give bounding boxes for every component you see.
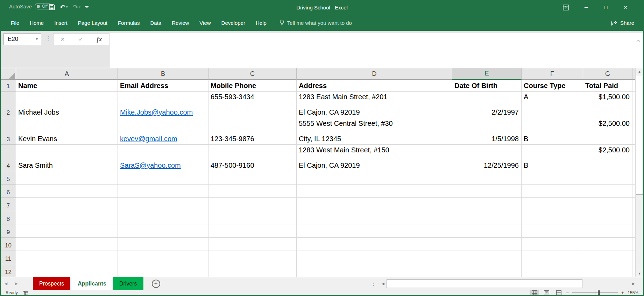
- horizontal-scrollbar-thumb[interactable]: [387, 279, 582, 288]
- close-button[interactable]: ✕: [622, 5, 629, 10]
- row-header-10[interactable]: 10: [1, 238, 16, 251]
- row-header-3[interactable]: 3: [1, 118, 16, 145]
- formula-bar-dots-icon[interactable]: ⋮: [45, 35, 51, 42]
- cell-D12[interactable]: [297, 264, 452, 277]
- row-header-12[interactable]: 12: [1, 264, 16, 277]
- column-header-b[interactable]: B: [118, 68, 208, 80]
- tell-me-box[interactable]: Tell me what you want to do: [279, 20, 352, 26]
- column-header-e[interactable]: E: [452, 68, 522, 80]
- cell-F3[interactable]: B: [522, 118, 583, 145]
- cell-G7[interactable]: [583, 198, 632, 211]
- autosave-toggle[interactable]: AutoSave Off: [9, 3, 51, 9]
- zoom-slider-thumb[interactable]: [598, 290, 600, 295]
- cell-A7[interactable]: [16, 198, 118, 211]
- row-header-4[interactable]: 4: [1, 145, 16, 171]
- redo-dropdown-icon[interactable]: ▾: [79, 6, 80, 9]
- ribbon-tab-formulas[interactable]: Formulas: [113, 15, 145, 31]
- cell-G1[interactable]: Total Paid: [583, 80, 632, 92]
- cell-A10[interactable]: [16, 238, 118, 251]
- page-break-preview-button[interactable]: [554, 290, 564, 295]
- cell-C12[interactable]: [208, 264, 297, 277]
- cell-D6[interactable]: [297, 185, 452, 198]
- row-header-7[interactable]: 7: [1, 198, 16, 211]
- name-box-dropdown-icon[interactable]: ▼: [35, 37, 38, 41]
- cell-E3[interactable]: 1/5/1998: [452, 118, 522, 145]
- cell-link[interactable]: kevev@gmail.com: [120, 134, 206, 143]
- cell-D8[interactable]: [297, 211, 452, 224]
- cell-C5[interactable]: [208, 171, 297, 185]
- sheet-tab-applicants[interactable]: Applicants: [71, 277, 113, 290]
- cell-B12[interactable]: [118, 264, 208, 277]
- cell-G8[interactable]: [583, 211, 632, 224]
- redo-button[interactable]: ↷▾: [72, 4, 80, 10]
- cell-F12[interactable]: [522, 264, 583, 277]
- cell-link[interactable]: Mike.Jobs@yahoo.com: [120, 108, 206, 117]
- cancel-button[interactable]: ✕: [60, 36, 65, 43]
- column-header-f[interactable]: F: [522, 68, 583, 80]
- cell-D7[interactable]: [297, 198, 452, 211]
- cell-F7[interactable]: [522, 198, 583, 211]
- ribbon-tab-page-layout[interactable]: Page Layout: [73, 15, 113, 31]
- cell-B8[interactable]: [118, 211, 208, 224]
- column-header-g[interactable]: G: [583, 68, 632, 80]
- cell-A11[interactable]: [16, 251, 118, 264]
- cell-C9[interactable]: [208, 224, 297, 238]
- collapse-formula-bar-button[interactable]: [636, 39, 641, 42]
- ribbon-tab-help[interactable]: Help: [250, 15, 272, 31]
- column-header-d[interactable]: D: [297, 68, 452, 80]
- cell-E10[interactable]: [452, 238, 522, 251]
- cell-A5[interactable]: [16, 171, 118, 185]
- row-header-1[interactable]: 1: [1, 80, 16, 92]
- cell-B5[interactable]: [118, 171, 208, 185]
- cell-C11[interactable]: [208, 251, 297, 264]
- zoom-slider[interactable]: [572, 290, 618, 295]
- cell-B6[interactable]: [118, 185, 208, 198]
- sheet-nav-left-button[interactable]: ◀: [1, 277, 11, 290]
- cell-B7[interactable]: [118, 198, 208, 211]
- enter-button[interactable]: ✓: [78, 36, 83, 43]
- ribbon-tab-developer[interactable]: Developer: [216, 15, 250, 31]
- cell-E8[interactable]: [452, 211, 522, 224]
- cell-C6[interactable]: [208, 185, 297, 198]
- cell-E2[interactable]: 2/2/1997: [452, 92, 522, 118]
- cell-A3[interactable]: Kevin Evans: [16, 118, 118, 145]
- minimize-button[interactable]: ─: [582, 5, 590, 10]
- share-button[interactable]: Share: [611, 15, 634, 31]
- cell-D1[interactable]: Address: [297, 80, 452, 92]
- ribbon-tab-data[interactable]: Data: [145, 15, 167, 31]
- name-box[interactable]: E20 ▼: [3, 33, 41, 45]
- cell-G2[interactable]: $1,500.00: [583, 92, 632, 118]
- sheet-tab-drivers[interactable]: Drivers: [113, 277, 144, 290]
- row-header-5[interactable]: 5: [1, 171, 16, 185]
- cell-A8[interactable]: [16, 211, 118, 224]
- cell-G11[interactable]: [583, 251, 632, 264]
- ribbon-tab-file[interactable]: File: [6, 15, 24, 31]
- cell-B10[interactable]: [118, 238, 208, 251]
- cell-F6[interactable]: [522, 185, 583, 198]
- row-header-6[interactable]: 6: [1, 185, 16, 198]
- customize-qat-button[interactable]: ▾: [85, 6, 89, 8]
- cell-A1[interactable]: Name: [16, 80, 118, 92]
- cell-G12[interactable]: [583, 264, 632, 277]
- cell-F5[interactable]: [522, 171, 583, 185]
- row-header-11[interactable]: 11: [1, 251, 16, 264]
- insert-function-button[interactable]: fx: [97, 36, 102, 43]
- cell-F11[interactable]: [522, 251, 583, 264]
- cell-D10[interactable]: [297, 238, 452, 251]
- cell-B4[interactable]: SaraS@yahoo.com: [118, 145, 208, 171]
- cell-E1[interactable]: Date Of Birth: [452, 80, 522, 92]
- cell-E5[interactable]: [452, 171, 522, 185]
- cell-E12[interactable]: [452, 264, 522, 277]
- cell-B11[interactable]: [118, 251, 208, 264]
- cell-C3[interactable]: 123-345-9876: [208, 118, 297, 145]
- cell-B9[interactable]: [118, 224, 208, 238]
- cell-A6[interactable]: [16, 185, 118, 198]
- row-header-2[interactable]: 2: [1, 92, 16, 118]
- normal-view-button[interactable]: [530, 290, 539, 295]
- ribbon-tab-review[interactable]: Review: [167, 15, 194, 31]
- scrollbar-resize-dots-icon[interactable]: ⋮: [371, 281, 376, 287]
- macro-record-button[interactable]: [23, 291, 28, 295]
- cell-C10[interactable]: [208, 238, 297, 251]
- zoom-out-button[interactable]: −: [566, 290, 569, 296]
- cell-F1[interactable]: Course Type: [522, 80, 583, 92]
